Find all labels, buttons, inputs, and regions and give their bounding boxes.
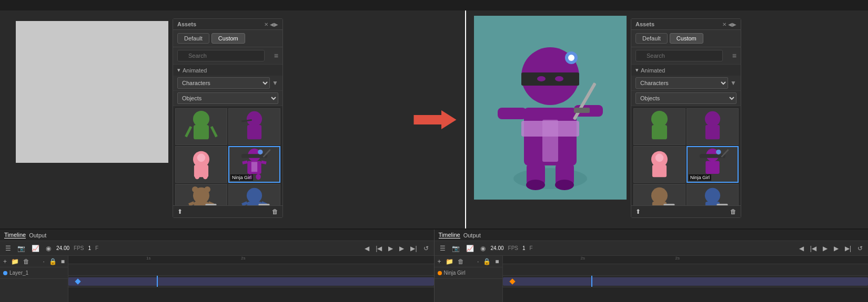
layers-icon-left[interactable]: ☰ [4, 244, 12, 253]
camera-icon-right[interactable]: 📷 [451, 244, 461, 253]
layers-icon-right[interactable]: ☰ [439, 244, 447, 253]
track-bar-right [503, 277, 869, 286]
play-icon-right[interactable]: ▶ [833, 244, 840, 253]
search-input-left[interactable] [177, 50, 265, 61]
add-folder-left[interactable]: 📁 [10, 257, 20, 266]
list-icon-right[interactable]: ≡ [732, 51, 736, 60]
stepfwd-icon-left[interactable]: ▶| [409, 244, 418, 253]
stepback-icon-left[interactable]: |◀ [375, 244, 383, 253]
color-right[interactable]: ■ [494, 257, 500, 266]
tab-default-left[interactable]: Default [177, 33, 209, 44]
layer-color-right [438, 271, 442, 275]
svg-point-11 [203, 173, 208, 180]
search-input-right[interactable] [635, 50, 723, 61]
r-thumb-cell-4[interactable]: Ninja Girl [687, 146, 739, 183]
search-wrapper-left: 🔍 [177, 50, 272, 61]
import-icon-left[interactable]: ⬆ [177, 208, 183, 215]
svg-point-70 [651, 188, 668, 204]
tl-tab-timeline-left[interactable]: Timeline [4, 232, 26, 238]
stepfwd-icon-right[interactable]: ▶| [844, 244, 852, 253]
eye-right[interactable]: · [476, 257, 480, 266]
camera-icon-left[interactable]: 📷 [16, 244, 26, 253]
onion-icon-right[interactable]: ◉ [479, 244, 487, 253]
thumb-cell-6[interactable] [228, 184, 280, 205]
frame-num-right: 1 [522, 245, 526, 251]
prev-icon-right[interactable]: ◀ [798, 244, 805, 253]
panel-close-left[interactable]: ✕ ◀▶ [264, 22, 278, 27]
ruler-right: 2s 2s [503, 256, 869, 264]
thumb-cell-2[interactable] [228, 108, 280, 145]
next-icon-right[interactable]: ▶ [822, 244, 829, 253]
filter-icon-left[interactable]: ▼ [272, 79, 278, 87]
objects-dropdown-right[interactable]: Objects [635, 92, 736, 104]
svg-line-3 [211, 127, 217, 137]
trash-icon-left[interactable]: 🗑 [272, 208, 278, 215]
next-icon-left[interactable]: ▶ [387, 244, 394, 253]
thumb-char-2 [229, 109, 280, 144]
stepback-icon-right[interactable]: |◀ [809, 244, 817, 253]
svg-rect-50 [498, 108, 527, 119]
ruler-mark-2s: 2s [241, 256, 245, 261]
graph-icon-left[interactable]: 📈 [31, 244, 41, 253]
eye-left[interactable]: · [42, 257, 45, 266]
onion-icon-left[interactable]: ◉ [45, 244, 52, 253]
tl-tab-output-right[interactable]: Output [463, 232, 481, 238]
left-panel: Assets ✕ ◀▶ Default Custom 🔍 ≡ ▾ Animate… [0, 11, 402, 228]
del-layer-left[interactable]: 🗑 [22, 257, 31, 266]
characters-dropdown-right[interactable]: Characters [635, 77, 728, 89]
arrow-container [402, 11, 465, 228]
add-folder-right[interactable]: 📁 [445, 257, 455, 266]
del-layer-right[interactable]: 🗑 [457, 257, 465, 266]
ruler-left: 1s 2s [68, 256, 434, 264]
tl-tab-output-left[interactable]: Output [29, 232, 46, 238]
lock-left[interactable]: 🔒 [48, 257, 58, 266]
timeline-left: Timeline Output ☰ 📷 📈 ◉ 24.00 FPS 1 F ◀ … [0, 230, 435, 302]
r-thumb-char-1 [634, 109, 685, 144]
tab-custom-left[interactable]: Custom [211, 33, 245, 44]
svg-rect-45 [521, 72, 579, 86]
color-left[interactable]: ■ [60, 257, 66, 266]
panel-footer-left: ⬆ 🗑 [173, 205, 282, 217]
loop-icon-right[interactable]: ↺ [856, 244, 864, 253]
tab-default-right[interactable]: Default [635, 33, 668, 44]
thumb-cell-5[interactable] [175, 184, 227, 205]
frame-label-right: F [530, 245, 533, 251]
thumb-cell-3[interactable] [175, 146, 227, 183]
add-layer-left[interactable]: + [2, 257, 8, 266]
lock-right[interactable]: 🔒 [482, 257, 492, 266]
objects-dropdown-left[interactable]: Objects [177, 92, 278, 104]
ruler-mark-2s-r: 2s [581, 256, 585, 261]
play-icon-left[interactable]: ▶ [398, 244, 405, 253]
svg-point-57 [555, 180, 574, 190]
panel-close-right[interactable]: ✕ ◀▶ [722, 22, 736, 27]
trash-icon-right[interactable]: 🗑 [730, 208, 736, 215]
loop-icon-left[interactable]: ↺ [422, 244, 430, 253]
svg-rect-72 [663, 204, 674, 205]
transition-arrow [410, 104, 457, 136]
r-thumb-cell-1[interactable] [633, 108, 685, 145]
r-thumb-cell-3[interactable] [633, 146, 685, 183]
tl-tab-timeline-right[interactable]: Timeline [439, 232, 460, 238]
svg-point-14 [258, 150, 263, 154]
svg-point-20 [256, 174, 260, 180]
r-thumb-ninja-label: Ninja Girl [689, 174, 711, 181]
prev-icon-left[interactable]: ◀ [364, 244, 370, 253]
svg-line-26 [189, 203, 194, 205]
thumb-cell-4[interactable]: Ninja Girl [228, 146, 280, 183]
timeline-halves: Timeline Output ☰ 📷 📈 ◉ 24.00 FPS 1 F ◀ … [0, 230, 868, 302]
graph-icon-right[interactable]: 📈 [465, 244, 475, 253]
r-thumb-cell-5[interactable] [633, 184, 685, 205]
import-icon-right[interactable]: ⬆ [635, 208, 641, 215]
add-layer-right[interactable]: + [437, 257, 442, 266]
svg-point-63 [655, 154, 664, 162]
objects-dropdown-row-right: Objects [631, 91, 741, 106]
thumb-cell-1[interactable] [175, 108, 227, 145]
tab-custom-right[interactable]: Custom [670, 33, 703, 44]
r-thumb-cell-6[interactable] [687, 184, 739, 205]
characters-dropdown-left[interactable]: Characters [177, 77, 270, 89]
filter-icon-right[interactable]: ▼ [730, 79, 736, 87]
list-icon-left[interactable]: ≡ [274, 51, 278, 60]
svg-rect-16 [251, 162, 257, 172]
r-thumb-cell-2[interactable] [687, 108, 739, 145]
svg-line-17 [243, 162, 247, 163]
